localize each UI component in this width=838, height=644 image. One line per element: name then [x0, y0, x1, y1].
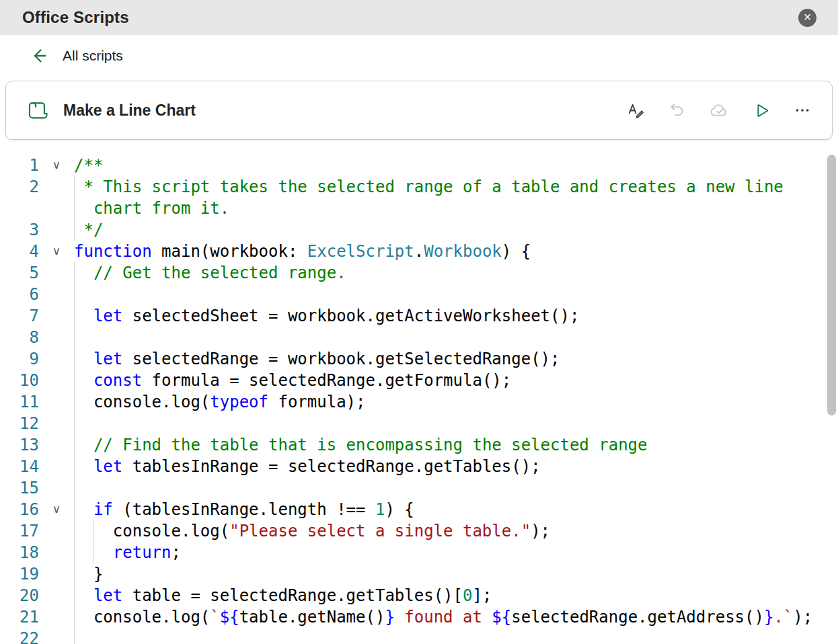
editor-scrollbar[interactable] — [827, 155, 836, 415]
code-line[interactable]: 15 — [0, 477, 838, 499]
undo-button[interactable] — [665, 98, 689, 122]
line-number: 8 — [0, 327, 39, 348]
undo-icon — [669, 102, 686, 119]
fold-chevron-icon[interactable]: ∨ — [39, 155, 74, 176]
back-label: All scripts — [63, 48, 123, 64]
cloud-saved-button[interactable] — [707, 98, 731, 122]
fold-gutter — [39, 305, 74, 327]
code-line[interactable]: 17 console.log("Please select a single t… — [0, 520, 838, 542]
fold-gutter — [39, 348, 74, 370]
fold-gutter — [39, 456, 74, 477]
line-number: 10 — [0, 370, 39, 391]
code-line[interactable]: 22 — [0, 628, 838, 644]
code-text[interactable]: console.log(`${table.getName()} found at… — [74, 606, 838, 628]
code-text[interactable]: */ — [74, 219, 838, 241]
code-text[interactable]: let table = selectedRange.getTables()[0]… — [74, 585, 838, 606]
fold-gutter — [39, 434, 74, 456]
code-text[interactable] — [74, 284, 838, 305]
fold-gutter — [39, 563, 74, 585]
code-text[interactable] — [74, 477, 838, 499]
fold-gutter — [39, 413, 74, 434]
panel-header: Office Scripts × — [0, 0, 838, 35]
line-number: 1 — [0, 155, 39, 176]
code-text[interactable]: function main(workbook: ExcelScript.Work… — [74, 241, 838, 262]
fold-gutter — [39, 262, 74, 284]
code-text[interactable]: let selectedRange = workbook.getSelected… — [74, 348, 838, 370]
code-text[interactable]: console.log("Please select a single tabl… — [74, 520, 838, 542]
cloud-saved-icon — [710, 101, 728, 120]
code-text[interactable]: return; — [74, 542, 838, 563]
code-line[interactable]: 19 } — [0, 563, 838, 585]
office-scripts-panel: Office Scripts × All scripts Make a Line… — [0, 0, 838, 644]
close-icon: × — [804, 10, 812, 24]
code-line[interactable]: 14 let tablesInRange = selectedRange.get… — [0, 456, 838, 477]
fold-gutter — [39, 391, 74, 413]
script-card: Make a Line Chart — [5, 81, 833, 140]
back-navigation[interactable]: All scripts — [0, 35, 123, 71]
code-text[interactable]: let tablesInRange = selectedRange.getTab… — [74, 456, 838, 477]
line-number: 21 — [0, 606, 39, 628]
line-number: 4 — [0, 241, 39, 262]
code-line[interactable]: 12 — [0, 413, 838, 434]
code-line[interactable]: 1∨/** — [0, 155, 838, 176]
code-line[interactable]: 8 — [0, 327, 838, 348]
back-arrow-icon — [30, 46, 50, 65]
code-text[interactable]: // Get the selected range. — [74, 262, 838, 284]
code-text[interactable]: /** — [74, 155, 838, 176]
code-text[interactable] — [74, 413, 838, 434]
code-editor[interactable]: 1∨/**2 * This script takes the selected … — [0, 155, 838, 644]
script-icon — [26, 99, 49, 122]
line-number: 15 — [0, 477, 39, 499]
code-line[interactable]: 13 // Find the table that is encompassin… — [0, 434, 838, 456]
code-line[interactable]: 9 let selectedRange = workbook.getSelect… — [0, 348, 838, 370]
code-text[interactable]: * This script takes the selected range o… — [74, 176, 838, 219]
code-text[interactable]: if (tablesInRange.length !== 1) { — [74, 499, 838, 520]
code-line[interactable]: 5 // Get the selected range. — [0, 262, 838, 284]
code-text[interactable] — [74, 327, 838, 348]
line-number: 16 — [0, 499, 39, 520]
indent-guide — [74, 262, 75, 644]
indent-guide — [93, 520, 94, 563]
fold-gutter — [39, 176, 74, 219]
panel-title: Office Scripts — [22, 8, 129, 27]
fold-chevron-icon[interactable]: ∨ — [39, 241, 74, 262]
fold-gutter — [39, 520, 74, 542]
line-number: 12 — [0, 413, 39, 434]
code-line[interactable]: 18 return; — [0, 542, 838, 563]
more-options-button[interactable] — [790, 98, 814, 122]
code-line[interactable]: 21 console.log(`${table.getName()} found… — [0, 606, 838, 628]
code-lines: 1∨/**2 * This script takes the selected … — [0, 155, 838, 644]
line-number: 20 — [0, 585, 39, 606]
code-line[interactable]: 11 console.log(typeof formula); — [0, 391, 838, 413]
code-line[interactable]: 16∨ if (tablesInRange.length !== 1) { — [0, 499, 838, 520]
code-line[interactable]: 3 */ — [0, 219, 838, 241]
line-number: 14 — [0, 456, 39, 477]
code-text[interactable]: let selectedSheet = workbook.getActiveWo… — [74, 305, 838, 327]
code-line[interactable]: 20 let table = selectedRange.getTables()… — [0, 585, 838, 606]
code-text[interactable]: // Find the table that is encompassing t… — [74, 434, 838, 456]
line-number: 13 — [0, 434, 39, 456]
rename-button[interactable] — [623, 98, 648, 122]
line-number: 22 — [0, 628, 39, 644]
code-line[interactable]: 4∨function main(workbook: ExcelScript.Wo… — [0, 241, 838, 262]
code-text[interactable]: } — [74, 563, 838, 585]
line-number: 7 — [0, 305, 39, 327]
code-line[interactable]: 6 — [0, 284, 838, 305]
fold-gutter — [39, 606, 74, 628]
run-icon — [752, 102, 770, 120]
code-line[interactable]: 10 const formula = selectedRange.getForm… — [0, 370, 838, 391]
code-text[interactable]: console.log(typeof formula); — [74, 391, 838, 413]
fold-chevron-icon[interactable]: ∨ — [39, 499, 74, 520]
fold-gutter — [39, 542, 74, 563]
fold-gutter — [39, 585, 74, 606]
fold-gutter — [39, 284, 74, 305]
run-button[interactable] — [749, 98, 773, 122]
close-button[interactable]: × — [798, 9, 816, 27]
code-text[interactable]: const formula = selectedRange.getFormula… — [74, 370, 838, 391]
code-line[interactable]: 2 * This script takes the selected range… — [0, 176, 838, 219]
indent-guide — [74, 176, 75, 241]
rename-icon — [627, 102, 644, 119]
code-line[interactable]: 7 let selectedSheet = workbook.getActive… — [0, 305, 838, 327]
code-text[interactable] — [74, 628, 838, 644]
line-number: 6 — [0, 284, 39, 305]
